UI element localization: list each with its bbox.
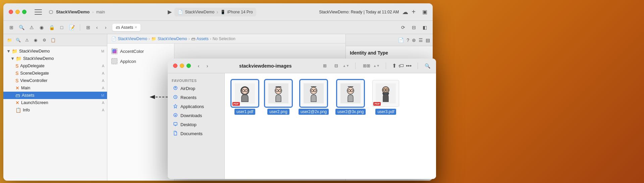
project-name: StackViewDemo xyxy=(56,9,90,14)
note-btn[interactable]: 📝 xyxy=(68,23,76,31)
tree-item-info[interactable]: 📋 Info A xyxy=(3,106,107,114)
search-icon[interactable]: 🔍 xyxy=(15,37,21,43)
left-sidebar: 📁 🔍 ⚠ ◉ ⚙ 📋 ▶ 📁 StackViewDemo M ▶ 📁 xyxy=(3,34,107,181)
asset-accentcolor[interactable]: AccentColor xyxy=(107,46,174,56)
doc-inspector-btn[interactable]: 📄 xyxy=(398,37,404,43)
panel-btn[interactable]: ☰ xyxy=(419,37,423,43)
file-name-user2-3x: user2@3x.png xyxy=(335,109,366,115)
finder-tag-btn[interactable]: 🏷 xyxy=(398,63,404,69)
finder-view-buttons: ⊞ ⊟ ▲▼ xyxy=(320,62,350,70)
help-btn[interactable]: ⊛ xyxy=(412,37,416,43)
minimize-button[interactable] xyxy=(15,10,20,14)
inspector-toggle[interactable]: ◧ xyxy=(421,23,429,31)
sidebar-item-applications[interactable]: Applications xyxy=(169,102,223,111)
file-item-user3pdf[interactable]: PDF user3.pdf xyxy=(372,80,399,115)
comment-btn[interactable]: □ xyxy=(58,23,66,31)
airdrop-label: AirDrop xyxy=(180,86,195,91)
bc-item1[interactable]: StackViewDemo xyxy=(118,36,147,41)
play-button[interactable]: ▶ xyxy=(168,9,172,15)
tab-stackviewdemo: StackViewDemo xyxy=(185,10,214,14)
tree-vc-badge: A xyxy=(102,79,104,83)
documents-icon xyxy=(173,131,178,136)
separator2 xyxy=(386,63,386,69)
close-button[interactable] xyxy=(9,10,13,14)
grid-view-btn[interactable]: ⊞ xyxy=(7,23,15,31)
add-file-btn[interactable]: ▤ xyxy=(426,37,430,43)
file-item-user1pdf[interactable]: PDF user1.pdf xyxy=(231,80,258,115)
finder-share-btn[interactable]: ⬆ xyxy=(392,63,396,69)
finder-maximize[interactable] xyxy=(186,64,191,68)
separator xyxy=(355,63,356,69)
asset-appicon[interactable]: AppIcon xyxy=(107,56,174,66)
finder-grid-select[interactable]: ⊟ xyxy=(331,62,341,70)
nav-forward[interactable]: › xyxy=(102,23,110,31)
assets-tab[interactable]: 🗃 Assets ✕ xyxy=(112,24,141,31)
tree-item-launchscreen[interactable]: ✕ LaunchScreen A xyxy=(3,99,107,106)
separator3 xyxy=(418,63,418,69)
tree-item-root[interactable]: ▶ 📁 StackViewDemo M xyxy=(3,48,107,55)
appicon-icon xyxy=(111,58,117,64)
status-text: StackViewDemo: Ready | Today at 11:02 AM xyxy=(319,10,399,14)
debug-icon[interactable]: ⚙ xyxy=(41,37,48,43)
finder-group-btn[interactable]: ⊞⊞ xyxy=(362,62,372,70)
tree-item-viewcontroller[interactable]: S ViewController A xyxy=(3,77,107,84)
add-button[interactable]: + xyxy=(412,8,416,16)
finder-forward[interactable]: › xyxy=(204,62,211,70)
maximize-button[interactable] xyxy=(22,10,26,14)
warning-icon[interactable]: ⚠ xyxy=(23,37,30,43)
finder-nav: ‹ › xyxy=(195,62,211,70)
split-btn[interactable]: ⊟ xyxy=(410,23,418,31)
recents-label: Recents xyxy=(180,95,197,100)
report-icon[interactable]: 📋 xyxy=(50,37,56,43)
warning-btn[interactable]: ⚠ xyxy=(28,23,36,31)
tab-iphone: iPhone 14 Pro xyxy=(227,10,253,14)
bc-item4: No Selection xyxy=(213,36,235,41)
folder-icon[interactable]: 📁 xyxy=(6,37,13,43)
file-item-user2png[interactable]: user2.png xyxy=(265,80,292,115)
finder-minimize[interactable] xyxy=(180,64,184,68)
right-toolbar: 📄 ? ⊛ ☰ ▤ xyxy=(346,34,433,46)
sidebar-item-recents[interactable]: Recents xyxy=(169,93,223,102)
finder-grid-view[interactable]: ⊞ xyxy=(320,62,330,70)
user1-avatar xyxy=(235,83,255,103)
nav-back[interactable]: ‹ xyxy=(93,23,101,31)
user2-3x-avatar xyxy=(340,83,361,103)
tree-item-main[interactable]: ✕ Main A xyxy=(3,84,107,92)
sidebar-item-downloads[interactable]: Downloads xyxy=(169,111,223,120)
scheme-icon xyxy=(49,10,53,14)
sidebar-item-airdrop[interactable]: AirDrop xyxy=(169,84,223,93)
tree-appdelegate-badge: A xyxy=(102,64,104,68)
bc-sep2: › xyxy=(189,36,190,41)
panel-toggle-icon[interactable]: ▣ xyxy=(422,9,427,15)
refresh-btn[interactable]: ⟳ xyxy=(399,23,407,31)
sidebar-item-desktop[interactable]: Desktop xyxy=(169,120,223,129)
finder-search-btn[interactable]: 🔍 xyxy=(424,63,431,69)
tree-assets-badge: M xyxy=(101,93,104,97)
file-name-user2-2x: user2@2x.png xyxy=(299,109,329,115)
lock-btn[interactable]: 🔒 xyxy=(48,23,56,31)
asset-list: AccentColor AppIcon xyxy=(107,43,174,181)
finder-back[interactable]: ‹ xyxy=(195,62,202,70)
tree-item-scenedelegate[interactable]: S SceneDelegate A xyxy=(3,70,107,77)
breadcrumb: 📄 StackViewDemo › 📁 StackViewDemo › 🗃 As… xyxy=(107,34,345,43)
search-btn[interactable]: 🔍 xyxy=(17,23,25,31)
file-item-user2-3x[interactable]: user2@3x.png xyxy=(335,80,366,115)
source-icon[interactable]: ◉ xyxy=(32,37,39,43)
nav-grid[interactable]: ⊞ xyxy=(84,23,92,31)
file-item-user2-2x[interactable]: user2@2x.png xyxy=(299,80,329,115)
bookmark-btn[interactable]: ◉ xyxy=(38,23,46,31)
finder-close[interactable] xyxy=(173,64,177,68)
finder-traffic-lights xyxy=(173,64,191,68)
finder-more-btn[interactable]: ••• xyxy=(406,63,412,69)
finder-sidebar: Favourites AirDrop xyxy=(168,73,225,179)
bc-item2[interactable]: StackViewDemo xyxy=(158,36,187,41)
file-thumb-user2-2x xyxy=(300,80,327,107)
sidebar-toggle[interactable] xyxy=(35,9,42,15)
tree-item-appdelegate[interactable]: S AppDelegate A xyxy=(3,62,107,70)
cloud-icon: ☁ xyxy=(402,8,408,16)
tree-item-sub[interactable]: ▶ 📁 StackViewDemo xyxy=(3,55,107,62)
quick-help-btn[interactable]: ? xyxy=(407,37,409,43)
tree-item-assets[interactable]: 🗃 Assets M xyxy=(3,92,107,99)
bc-item3[interactable]: Assets xyxy=(197,36,209,41)
sidebar-item-documents[interactable]: Documents xyxy=(169,129,223,138)
